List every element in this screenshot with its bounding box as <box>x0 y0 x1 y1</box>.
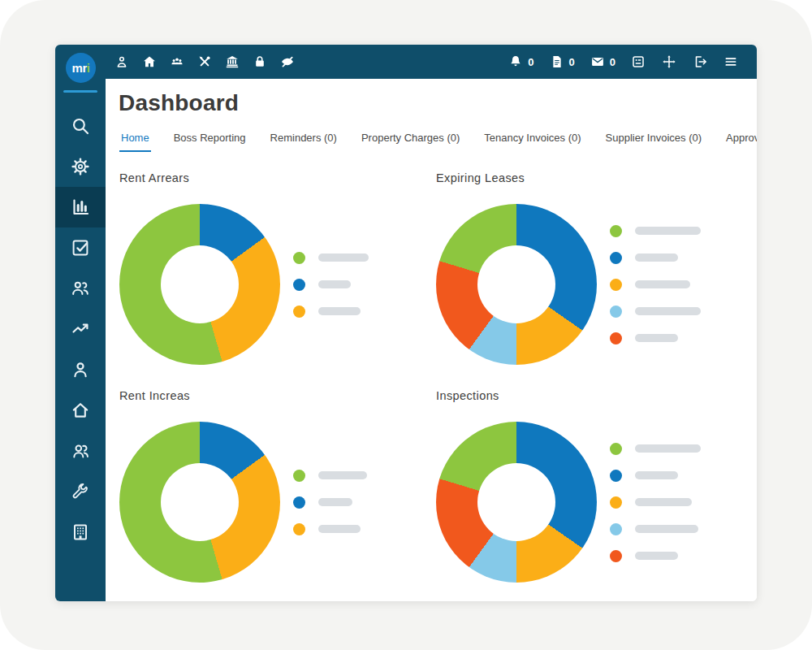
legend-item <box>610 306 701 318</box>
tab-supplier-invoices-0[interactable]: Supplier Invoices (0) <box>604 128 704 152</box>
move-icon <box>661 54 677 70</box>
main-content: Dashboard HomeBoss ReportingReminders (0… <box>106 79 757 601</box>
donut-hole <box>477 463 555 541</box>
legend <box>610 225 701 344</box>
bank-icon[interactable] <box>224 54 240 70</box>
donut-rent-arrears[interactable] <box>119 204 280 365</box>
home-icon[interactable] <box>141 54 158 70</box>
legend-item <box>610 279 701 291</box>
tab-approvals-0[interactable]: Approvals (0) <box>724 128 757 152</box>
sidebar-item-trend[interactable] <box>55 309 106 349</box>
tab-home[interactable]: Home <box>119 128 151 152</box>
legend-label-placeholder <box>635 552 678 560</box>
blue-legend-dot <box>293 279 305 291</box>
chart-inspections: Inspections <box>436 389 757 583</box>
sidebar-item-wrench[interactable] <box>55 471 106 512</box>
tools-icon[interactable] <box>197 54 213 70</box>
chart-rent-increas: Rent Increas <box>119 389 436 583</box>
green-legend-dot <box>610 225 622 237</box>
legend-item <box>293 279 369 291</box>
user-icon[interactable] <box>114 54 130 70</box>
logo-active-indicator <box>63 90 97 93</box>
legend-label-placeholder <box>318 254 369 262</box>
chart-body <box>119 204 436 365</box>
legend-item <box>610 443 701 455</box>
legend-label-placeholder <box>318 471 367 479</box>
mri-logo[interactable]: mri <box>66 53 96 83</box>
chart-title: Expiring Leases <box>436 171 757 184</box>
legend-item <box>293 470 367 482</box>
page-title: Dashboard <box>119 90 757 116</box>
tab-boss-reporting[interactable]: Boss Reporting <box>172 128 248 152</box>
tab-property-charges-0[interactable]: Property Charges (0) <box>360 128 461 152</box>
legend-label-placeholder <box>635 471 678 479</box>
legend-item <box>610 252 701 264</box>
orange-legend-dot <box>610 332 622 344</box>
donut-hole <box>161 463 239 541</box>
legend-item <box>610 332 701 344</box>
chart-title: Inspections <box>436 389 757 402</box>
donut-rent-increas[interactable] <box>119 422 280 583</box>
chart-body <box>436 422 757 583</box>
sidebar-item-gear[interactable] <box>55 146 106 187</box>
search-icon <box>71 116 90 136</box>
document-count: 0 <box>569 56 575 68</box>
legend-item <box>610 550 701 562</box>
yellow-legend-dot <box>293 523 305 535</box>
green-legend-dot <box>293 470 305 482</box>
document-button[interactable]: 0 <box>549 54 575 70</box>
users-icon[interactable] <box>169 54 185 70</box>
legend-item <box>610 496 701 509</box>
top-bar: 000 <box>106 45 757 79</box>
legend-item <box>293 523 367 535</box>
legend-item <box>610 523 701 535</box>
sidebar-item-people[interactable] <box>55 431 106 471</box>
move-button[interactable] <box>661 54 677 70</box>
donut-inspections[interactable] <box>436 422 597 583</box>
sidebar-item-building[interactable] <box>55 512 106 552</box>
blue-legend-dot <box>293 496 305 509</box>
charts-grid: Rent ArrearsExpiring LeasesRent IncreasI… <box>119 171 757 583</box>
legend-label-placeholder <box>318 498 352 506</box>
legend <box>610 443 701 562</box>
lightblue-legend-dot <box>610 306 622 318</box>
lock-icon[interactable] <box>252 54 268 70</box>
sidebar-item-search[interactable] <box>55 106 106 146</box>
sidebar-item-checkbox[interactable] <box>55 228 106 268</box>
menu-button[interactable] <box>723 54 739 70</box>
sidebar-item-bar-chart[interactable] <box>55 187 106 228</box>
donut-hole <box>161 245 239 323</box>
tab-reminders-0[interactable]: Reminders (0) <box>269 128 339 152</box>
people-icon <box>71 441 90 461</box>
sidebar-item-community[interactable] <box>55 268 106 309</box>
calculator-button[interactable] <box>630 54 646 70</box>
legend-label-placeholder <box>318 307 361 315</box>
legend-label-placeholder <box>635 307 701 315</box>
logo-text-accent: i <box>87 61 90 75</box>
legend <box>293 470 367 535</box>
blue-legend-dot <box>610 252 622 264</box>
logout-button[interactable] <box>692 54 708 70</box>
legend-label-placeholder <box>635 525 698 533</box>
yellow-legend-dot <box>610 279 622 291</box>
legend-label-placeholder <box>635 227 701 235</box>
tab-tenancy-invoices-0[interactable]: Tenancy Invoices (0) <box>482 128 582 152</box>
house-icon <box>71 401 90 420</box>
checkbox-icon <box>71 238 90 258</box>
donut-expiring-leases[interactable] <box>436 204 597 365</box>
chart-expiring-leases: Expiring Leases <box>436 171 757 365</box>
mail-icon <box>590 54 606 70</box>
legend-item <box>293 306 369 318</box>
legend-item <box>293 252 369 264</box>
mail-button[interactable]: 0 <box>590 54 615 70</box>
gear-icon <box>71 157 90 176</box>
legend <box>293 252 369 318</box>
sidebar-item-person[interactable] <box>55 349 106 390</box>
sidebar-item-house[interactable] <box>55 390 106 431</box>
bar-chart-icon <box>71 197 90 217</box>
logout-icon <box>692 54 708 70</box>
desktop-frame: mri 000 Dashboard HomeBoss ReportingRemi… <box>0 0 812 650</box>
logo-text: mr <box>72 61 87 75</box>
bell-button[interactable]: 0 <box>508 54 533 70</box>
eye-off-icon[interactable] <box>279 54 296 70</box>
